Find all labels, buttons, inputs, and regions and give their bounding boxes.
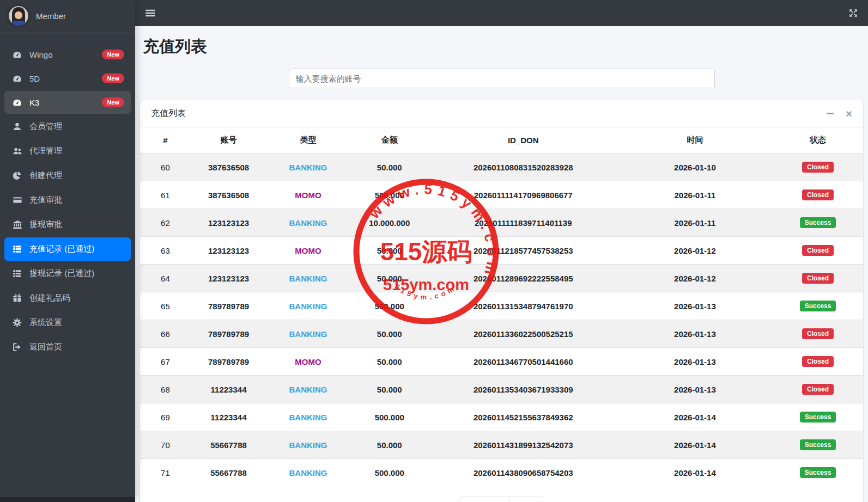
table-row: 62123123123BANKING10.000.000202601111183… — [140, 209, 863, 237]
cell-type: MOMO — [266, 181, 350, 209]
cell-amount: 500.000 — [350, 403, 429, 431]
cell-id-don: 2026011452155637849362 — [429, 403, 617, 431]
cell-date: 2026-01-12 — [617, 265, 773, 292]
row-index: 62 — [140, 209, 191, 237]
sidebar-item-label: K3 — [29, 98, 39, 107]
cell-status: Closed — [773, 348, 863, 376]
sidebar-item-withdrawal-records-approved[interactable]: 提现记录 (已通过) — [4, 262, 131, 285]
table-row: 67789789789MOMO50.0002026011346770501441… — [140, 348, 863, 376]
sidebar-item-label: Wingo — [29, 50, 53, 59]
cell-date: 2026-01-11 — [617, 209, 773, 237]
sidebar-item-create-gift-code[interactable]: 创建礼品码 — [4, 286, 131, 310]
sidebar-item-wingo[interactable]: WingoNew — [4, 43, 131, 66]
table-row: 7155667788BANKING500.0002026011438090658… — [140, 459, 863, 487]
table-row: 63123123123MOMO50.0002026011218577457538… — [140, 237, 863, 265]
cell-status: Closed — [773, 320, 863, 348]
cell-status: Success — [773, 292, 863, 320]
status-badge: Closed — [802, 273, 834, 284]
cell-date: 2026-01-14 — [617, 431, 773, 459]
sidebar-item-5d[interactable]: 5DNew — [4, 67, 131, 90]
sidebar-item-member-management[interactable]: 会员管理 — [4, 115, 131, 138]
cell-amount: 10.000.000 — [350, 209, 429, 237]
close-icon[interactable]: × — [846, 110, 852, 118]
sidebar-item-label: 5D — [29, 74, 40, 83]
new-badge: New — [102, 74, 124, 83]
row-index: 60 — [140, 154, 191, 181]
table-row: 64123123123BANKING50.0002026011289692222… — [140, 265, 863, 292]
cell-account: 387636508 — [191, 154, 266, 181]
page-title: 充值列表 — [143, 36, 860, 58]
fullscreen-icon[interactable] — [848, 8, 858, 18]
table-header-row: #账号类型金额ID_DON时间状态 — [140, 127, 863, 154]
cell-account: 789789789 — [191, 348, 266, 376]
row-index: 63 — [140, 237, 191, 265]
sidebar: Member WingoNew5DNewK3New会员管理代理管理创建代理充值审… — [0, 0, 135, 502]
card-header: 充值列表 × — [140, 100, 863, 127]
table-row: 7055667788BANKING50.00020260114318991325… — [140, 431, 863, 459]
minimize-icon[interactable] — [827, 113, 834, 114]
cell-amount: 50.000 — [350, 431, 429, 459]
cell-date: 2026-01-14 — [617, 459, 773, 487]
status-badge: Closed — [802, 245, 834, 256]
cell-id-don: 2026011336022500525215 — [429, 320, 617, 348]
table-row: 66789789789BANKING50.0002026011336022500… — [140, 320, 863, 348]
pie-chart-icon — [12, 171, 22, 180]
sidebar-item-recharge-approval[interactable]: 充值审批 — [4, 188, 131, 212]
cell-id-don: 2026011114170969806677 — [429, 181, 617, 209]
sidebar-item-back-to-home[interactable]: 返回首页 — [4, 335, 131, 359]
cell-account: 11223344 — [191, 403, 266, 431]
cell-id-don: 2026011289692222558495 — [429, 265, 617, 292]
previous-page-button[interactable]: Previous — [460, 497, 509, 502]
cell-id-don: 2026011431899132542073 — [429, 431, 617, 459]
app-window: Member WingoNew5DNewK3New会员管理代理管理创建代理充值审… — [0, 0, 868, 502]
cell-type: BANKING — [266, 265, 350, 292]
sidebar-item-label: 代理管理 — [29, 146, 62, 156]
row-index: 65 — [140, 292, 191, 320]
status-badge: Closed — [802, 189, 834, 200]
cell-account: 123123123 — [191, 237, 266, 265]
cell-status: Success — [773, 403, 863, 431]
column-header: 类型 — [266, 127, 350, 154]
credit-card-icon — [12, 195, 22, 205]
row-index: 71 — [140, 459, 191, 487]
status-badge: Success — [800, 439, 836, 450]
cell-date: 2026-01-10 — [617, 154, 773, 181]
sidebar-item-recharge-records-approved[interactable]: 充值记录 (已通过) — [4, 237, 131, 261]
cell-status: Closed — [773, 181, 863, 209]
cell-date: 2026-01-11 — [617, 181, 773, 209]
cell-date: 2026-01-13 — [617, 376, 773, 403]
status-badge: Success — [800, 412, 836, 423]
sidebar-item-create-agent[interactable]: 创建代理 — [4, 164, 131, 187]
cell-amount: 50.000 — [350, 265, 429, 292]
sidebar-item-label: 提现审批 — [29, 219, 62, 230]
cell-status: Success — [773, 209, 863, 237]
cell-id-don: 2026011346770501441660 — [429, 348, 617, 376]
cell-account: 387636508 — [191, 181, 266, 209]
row-index: 61 — [140, 181, 191, 209]
cell-status: Closed — [773, 154, 863, 181]
hamburger-menu-icon[interactable] — [145, 8, 156, 19]
sidebar-item-agent-management[interactable]: 代理管理 — [4, 139, 131, 163]
status-badge: Closed — [802, 328, 834, 339]
cell-date: 2026-01-14 — [617, 403, 773, 431]
column-header: 金额 — [350, 127, 429, 154]
sidebar-item-label: 充值审批 — [29, 195, 62, 205]
user-icon — [12, 122, 22, 131]
cell-type: BANKING — [266, 403, 350, 431]
row-index: 64 — [140, 265, 191, 292]
sidebar-item-k3[interactable]: K3New — [4, 91, 131, 114]
next-page-button[interactable]: Next — [509, 497, 543, 502]
cell-account: 123123123 — [191, 209, 266, 237]
search-input[interactable] — [289, 69, 715, 88]
user-profile[interactable]: Member — [0, 0, 135, 33]
tachometer-icon — [12, 50, 22, 59]
topbar — [135, 0, 868, 26]
new-badge: New — [102, 97, 124, 107]
table-row: 65789789789BANKING500.000202601131534879… — [140, 292, 863, 320]
cell-status: Closed — [773, 265, 863, 292]
cell-date: 2026-01-13 — [617, 348, 773, 376]
table-row: 6911223344BANKING500.0002026011452155637… — [140, 403, 863, 431]
sidebar-item-system-settings[interactable]: 系统设置 — [4, 311, 131, 334]
tachometer-icon — [12, 98, 22, 107]
sidebar-item-withdrawal-approval[interactable]: 提现审批 — [4, 213, 131, 236]
